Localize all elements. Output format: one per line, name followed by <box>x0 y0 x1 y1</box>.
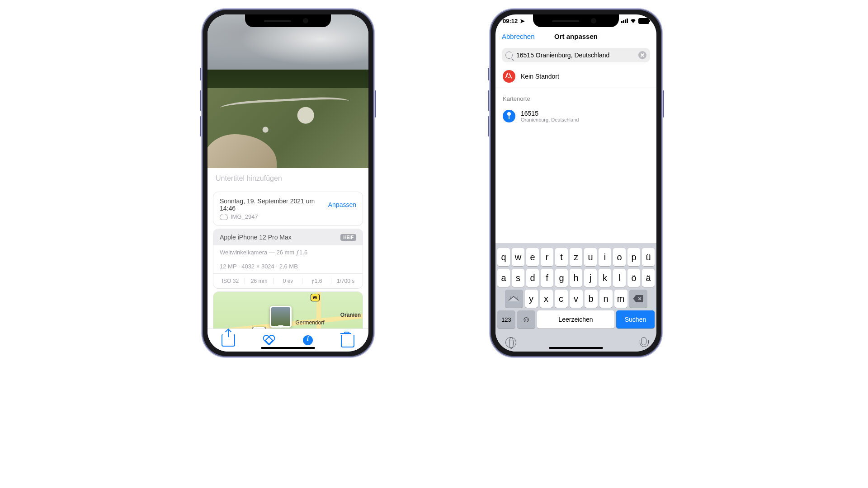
keyboard-row-2: a s d f g h j k l ö ä <box>495 267 656 288</box>
key-c[interactable]: c <box>555 290 568 308</box>
numbers-key[interactable]: 123 <box>497 310 515 328</box>
keyboard-row-3: y x c v b n m <box>495 288 656 309</box>
favorite-icon[interactable] <box>263 334 275 346</box>
map-pin-icon <box>503 110 515 122</box>
signal-icon <box>621 19 628 23</box>
key-oe[interactable]: ö <box>627 269 640 287</box>
home-indicator[interactable] <box>549 347 603 349</box>
location-arrow-icon: ➤ <box>520 18 525 24</box>
no-location-row[interactable]: Kein Standort <box>495 65 656 88</box>
backspace-icon <box>633 295 643 302</box>
photo-filename: IMG_2947 <box>231 213 258 220</box>
key-t[interactable]: t <box>555 248 568 266</box>
right-screen: 09:12 ➤ Abbrechen Ort anpassen <box>495 14 656 352</box>
home-indicator[interactable] <box>261 347 315 349</box>
key-j[interactable]: j <box>584 269 597 287</box>
search-result-row[interactable]: 16515 Oranienburg, Deutschland <box>495 105 656 127</box>
key-k[interactable]: k <box>599 269 611 287</box>
search-field[interactable] <box>502 48 650 62</box>
key-ue[interactable]: ü <box>642 248 655 266</box>
key-v[interactable]: v <box>570 290 583 308</box>
battery-icon <box>638 18 649 24</box>
no-location-icon <box>503 70 515 83</box>
caption-field[interactable]: Untertitel hinzufügen <box>208 168 368 189</box>
key-s[interactable]: s <box>512 269 524 287</box>
key-h[interactable]: h <box>570 269 582 287</box>
device-name: Apple iPhone 12 Pro Max <box>220 234 292 241</box>
adjust-date-button[interactable]: Anpassen <box>328 201 356 208</box>
key-p[interactable]: p <box>627 248 640 266</box>
key-f[interactable]: f <box>541 269 553 287</box>
info-icon[interactable]: i <box>303 335 313 345</box>
result-title: 16515 <box>521 110 579 117</box>
space-key[interactable]: Leerzeichen <box>537 310 614 328</box>
globe-icon[interactable] <box>505 337 516 348</box>
phone-frame-left: Untertitel hinzufügen Sonntag, 19. Septe… <box>201 8 375 358</box>
no-location-label: Kein Standort <box>521 73 559 80</box>
return-key[interactable]: Suchen <box>616 310 655 328</box>
key-g[interactable]: g <box>555 269 568 287</box>
result-subtitle: Oranienburg, Deutschland <box>521 117 579 122</box>
phone-frame-right: 09:12 ➤ Abbrechen Ort anpassen <box>489 8 663 358</box>
keyboard-footer <box>495 337 656 348</box>
key-u[interactable]: u <box>584 248 597 266</box>
map-city-label: Oranien <box>340 312 361 318</box>
key-e[interactable]: e <box>526 248 539 266</box>
shift-icon <box>510 296 518 301</box>
keyboard-row-4: 123 ☺ Leerzeichen Suchen <box>495 309 656 330</box>
search-input[interactable] <box>515 51 638 59</box>
left-screen: Untertitel hinzufügen Sonntag, 19. Septe… <box>208 14 368 352</box>
backspace-key[interactable] <box>629 290 647 308</box>
key-z[interactable]: z <box>570 248 582 266</box>
key-b[interactable]: b <box>585 290 598 308</box>
cloud-icon <box>220 214 228 220</box>
key-n[interactable]: n <box>599 290 613 308</box>
notch <box>533 14 619 27</box>
shift-key[interactable] <box>505 290 523 308</box>
mic-icon[interactable] <box>641 337 646 345</box>
map-sub-label: Germendorf <box>296 319 325 326</box>
photo-date: Sonntag, 19. September 2021 um 14:46 <box>220 197 328 212</box>
date-card: Sonntag, 19. September 2021 um 14:46 Anp… <box>213 192 363 226</box>
status-time: 09:12 <box>503 18 518 24</box>
share-icon[interactable] <box>222 334 235 347</box>
key-i[interactable]: i <box>599 248 611 266</box>
keyboard: q w e r t z u i o p ü a s d f g <box>495 243 656 352</box>
nav-bar: Abbrechen Ort anpassen <box>495 27 656 45</box>
search-icon <box>505 52 513 59</box>
key-q[interactable]: q <box>497 248 510 266</box>
photo-preview[interactable] <box>208 14 368 168</box>
map-pin-icon <box>270 306 292 328</box>
exif-specs: ISO 32 26 mm 0 ev ƒ1.6 1/700 s <box>213 273 363 288</box>
notch <box>245 14 331 27</box>
clear-icon[interactable] <box>638 51 646 59</box>
road-shield-96: 96 <box>311 294 320 301</box>
format-badge: HEIF <box>340 234 356 241</box>
key-d[interactable]: d <box>526 269 539 287</box>
emoji-key[interactable]: ☺ <box>517 310 535 328</box>
lens-info: Weitwinkelkamera — 26 mm ƒ1.6 <box>213 245 363 259</box>
key-m[interactable]: m <box>614 290 627 308</box>
keyboard-row-1: q w e r t z u i o p ü <box>495 247 656 267</box>
key-r[interactable]: r <box>541 248 553 266</box>
key-y[interactable]: y <box>525 290 538 308</box>
key-ae[interactable]: ä <box>642 269 655 287</box>
map-locations-header: Kartenorte <box>495 88 656 105</box>
cancel-button[interactable]: Abbrechen <box>502 33 535 40</box>
camera-info-card: Apple iPhone 12 Pro Max HEIF Weitwinkelk… <box>213 229 363 289</box>
key-l[interactable]: l <box>613 269 626 287</box>
key-o[interactable]: o <box>613 248 626 266</box>
key-w[interactable]: w <box>512 248 524 266</box>
trash-icon[interactable] <box>341 335 354 347</box>
key-a[interactable]: a <box>497 269 510 287</box>
dimensions-info: 12 MP · 4032 × 3024 · 2,6 MB <box>213 259 363 273</box>
key-x[interactable]: x <box>540 290 553 308</box>
wifi-icon <box>630 18 637 24</box>
